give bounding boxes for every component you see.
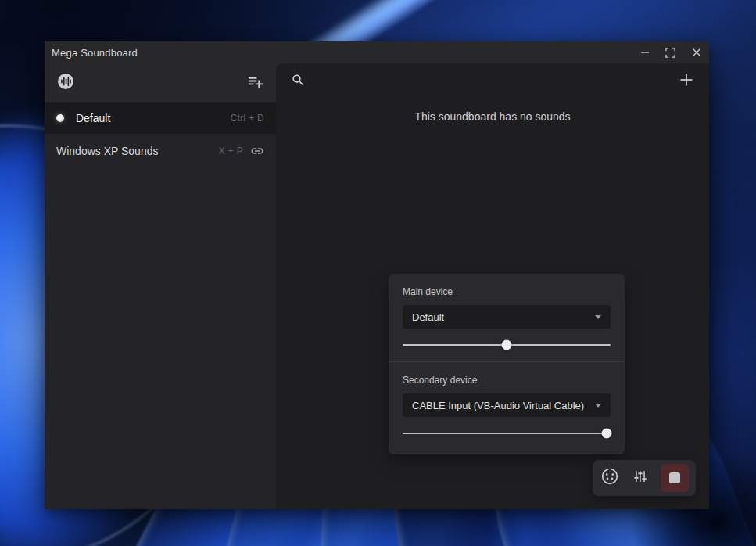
chevron-down-icon [595, 315, 601, 319]
midi-settings-button[interactable] [600, 466, 620, 490]
soundboard-label: Windows XP Sounds [56, 145, 158, 157]
chain-link-icon [250, 144, 264, 158]
quick-settings-button[interactable] [632, 468, 649, 488]
search-button[interactable] [291, 73, 306, 91]
new-soundboard-button[interactable] [246, 73, 264, 94]
soundboard-item-windows-xp-sounds[interactable]: Windows XP Sounds X + P [45, 135, 276, 167]
soundboard-shortcut: Ctrl + D [231, 113, 264, 124]
window-title: Mega Soundboard [52, 47, 138, 59]
app-logo-icon [56, 72, 75, 94]
secondary-device-section: Secondary device CABLE Input (VB-Audio V… [389, 362, 625, 454]
slider-thumb[interactable] [502, 340, 512, 350]
main-device-section: Main device Default [389, 274, 625, 361]
close-button[interactable] [683, 41, 709, 63]
sidebar-header [45, 63, 276, 102]
close-icon [692, 48, 701, 57]
secondary-device-select[interactable]: CABLE Input (VB-Audio Virtual Cable) [403, 393, 611, 417]
window-content: Default Ctrl + D Windows XP Sounds X + P [45, 63, 709, 509]
secondary-device-label: Secondary device [403, 375, 611, 386]
secondary-device-volume-slider[interactable] [403, 428, 611, 439]
main-device-select[interactable]: Default [403, 305, 611, 329]
quick-actions-bar [593, 460, 696, 496]
active-indicator-dot [56, 114, 64, 122]
main-device-volume-slider[interactable] [403, 339, 611, 350]
search-icon [291, 73, 306, 91]
soundboard-item-default[interactable]: Default Ctrl + D [45, 102, 276, 134]
titlebar[interactable]: Mega Soundboard [45, 41, 709, 63]
minimize-icon [640, 48, 650, 57]
stop-all-sounds-button[interactable] [661, 464, 689, 492]
stop-square-icon [669, 472, 680, 483]
main-device-label: Main device [403, 286, 611, 297]
app-window: Mega Soundboard [45, 41, 709, 509]
sounds-header [276, 63, 709, 99]
add-sound-button[interactable] [679, 72, 694, 91]
chevron-down-icon [595, 404, 601, 408]
plus-icon [679, 72, 694, 91]
device-settings-panel: Main device Default Secondary device CAB… [389, 274, 625, 454]
fullscreen-corners-icon [665, 48, 675, 58]
slider-thumb[interactable] [601, 429, 611, 439]
maximize-button[interactable] [657, 41, 683, 63]
midi-connector-icon [600, 466, 620, 490]
window-controls [632, 41, 709, 63]
secondary-device-value: CABLE Input (VB-Audio Virtual Cable) [412, 400, 589, 411]
empty-soundboard-message: This soundboard has no sounds [276, 110, 709, 123]
minimize-button[interactable] [632, 41, 657, 63]
soundboard-sidebar: Default Ctrl + D Windows XP Sounds X + P [45, 63, 276, 509]
sounds-panel: This soundboard has no sounds Main devic… [276, 63, 709, 509]
main-device-value: Default [412, 311, 589, 323]
slider-track[interactable] [403, 433, 611, 434]
soundboard-label: Default [76, 112, 110, 124]
soundboard-shortcut: X + P [219, 145, 243, 156]
tune-sliders-icon [632, 468, 649, 488]
playlist-add-icon [246, 73, 264, 94]
